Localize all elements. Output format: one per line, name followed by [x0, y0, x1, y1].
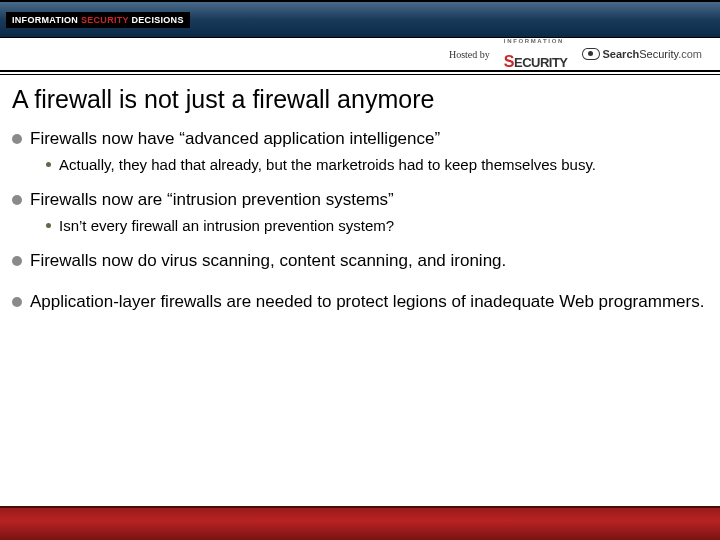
brand-prefix: INFORMATION	[12, 15, 81, 25]
sponsor2-rest: Security	[639, 48, 678, 60]
sponsor-searchsecurity: SearchSecurity.com	[582, 48, 702, 60]
sponsor2-dom: .com	[678, 48, 702, 60]
sub-bullet-item: Actually, they had that already, but the…	[46, 155, 708, 175]
header-bar: INFORMATION SECURITY DECISIONS	[0, 0, 720, 38]
footer-bar	[0, 506, 720, 540]
sponsor1-rest: ECURITY	[514, 55, 568, 70]
sponsor1-s: S	[504, 53, 514, 70]
slide-content: A firewall is not just a firewall anymor…	[0, 75, 720, 314]
bullet-item: Application-layer firewalls are needed t…	[12, 291, 708, 314]
sub-bullet-item: Isn’t every firewall an intrusion preven…	[46, 216, 708, 236]
sub-bullet-marker-icon	[46, 223, 51, 228]
sub-bullet-text: Isn’t every firewall an intrusion preven…	[59, 216, 394, 236]
brand-logo: INFORMATION SECURITY DECISIONS	[6, 12, 190, 28]
bullet-marker-icon	[12, 297, 22, 307]
sub-bullet-marker-icon	[46, 162, 51, 167]
sponsor-security: I N F O R M A T I O N SECURITY	[504, 38, 568, 71]
bullet-marker-icon	[12, 195, 22, 205]
bullet-item: Firewalls now do virus scanning, content…	[12, 250, 708, 273]
sub-bullet-text: Actually, they had that already, but the…	[59, 155, 596, 175]
hosted-row: Hosted by I N F O R M A T I O N SECURITY…	[0, 38, 720, 72]
bullet-text: Application-layer firewalls are needed t…	[30, 291, 704, 314]
bullet-marker-icon	[12, 256, 22, 266]
bullet-text: Firewalls now do virus scanning, content…	[30, 250, 506, 273]
sponsor1-sup: I N F O R M A T I O N	[504, 38, 563, 44]
slide-title: A firewall is not just a firewall anymor…	[12, 85, 708, 114]
brand-suffix: DECISIONS	[129, 15, 184, 25]
hosted-by-label: Hosted by	[449, 49, 490, 60]
eye-icon	[582, 48, 600, 60]
brand-mid: SECURITY	[81, 15, 129, 25]
bullet-item: Firewalls now are “intrusion prevention …	[12, 189, 708, 212]
bullet-text: Firewalls now have “advanced application…	[30, 128, 440, 151]
bullet-text: Firewalls now are “intrusion prevention …	[30, 189, 394, 212]
sponsor2-bold: Search	[603, 48, 640, 60]
bullet-marker-icon	[12, 134, 22, 144]
bullet-item: Firewalls now have “advanced application…	[12, 128, 708, 151]
